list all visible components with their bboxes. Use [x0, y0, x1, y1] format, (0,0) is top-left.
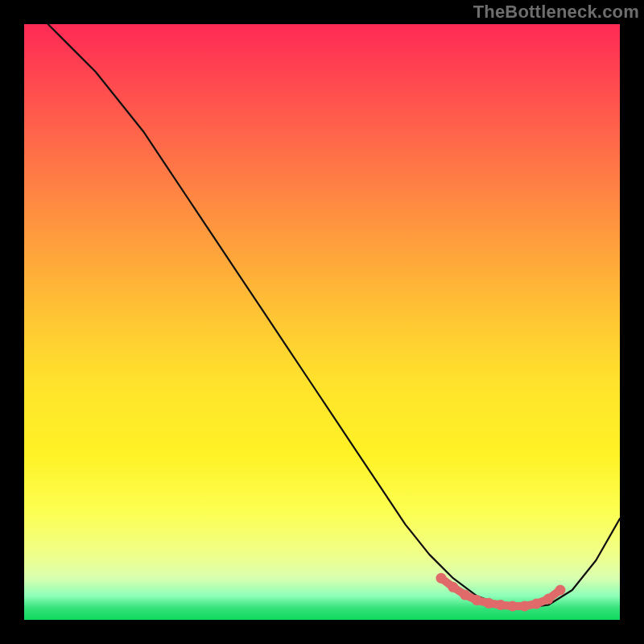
plot-area [24, 24, 620, 620]
highlight-dot [507, 601, 518, 612]
highlight-dot [543, 594, 554, 605]
highlight-dot [436, 573, 447, 584]
chart-stage: TheBottleneck.com [0, 0, 644, 644]
highlight-dot [519, 601, 530, 612]
highlight-dot [460, 589, 470, 600]
highlight-dot [484, 598, 494, 609]
curve-layer [24, 24, 620, 620]
highlight-dot [448, 582, 458, 592]
highlight-dot [472, 595, 482, 605]
highlight-dot [531, 599, 542, 609]
watermark-text: TheBottleneck.com [473, 2, 639, 23]
main-curve [48, 24, 620, 608]
highlight-dot [555, 585, 566, 596]
highlight-dot [496, 600, 506, 610]
